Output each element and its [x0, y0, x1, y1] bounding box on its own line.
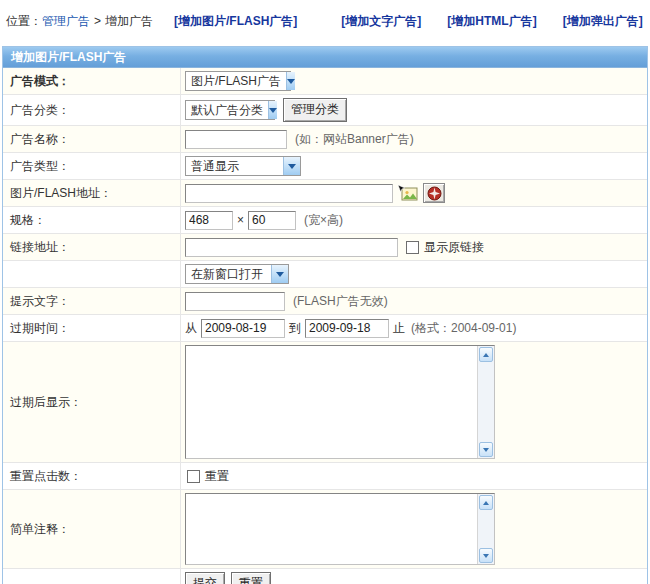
reset-clicks-checkbox-label: 重置 [205, 468, 229, 485]
expire-to-input[interactable] [305, 319, 389, 338]
size-width-input[interactable] [185, 211, 233, 230]
reset-clicks-label: 重置点击数： [3, 463, 181, 489]
show-original-link-label: 显示原链接 [424, 239, 484, 256]
add-ad-panel: 增加图片/FLASH广告 广告模式： 图片/FLASH广告 广告分类： 默认广告… [2, 46, 648, 584]
size-hint: (宽×高) [304, 212, 343, 229]
nav-link-add-image-flash-ad[interactable]: [增加图片/FLASH广告] [174, 13, 297, 30]
breadcrumb-current: 增加广告 [105, 14, 153, 28]
link-target-label [3, 261, 181, 287]
ad-category-select[interactable]: 默认广告分类 [185, 100, 275, 120]
link-target-selected-value: 在新窗口打开 [186, 265, 268, 283]
row-link-url: 链接地址： 显示原链接 [3, 234, 647, 261]
row-ad-type: 广告类型： 普通显示 [3, 153, 647, 180]
expired-content-textarea[interactable] [185, 345, 495, 459]
ad-type-select[interactable]: 普通显示 [185, 156, 301, 176]
flash-upload-icon[interactable] [423, 183, 445, 203]
media-url-label: 图片/FLASH地址： [3, 180, 181, 206]
nav-link-add-text-ad[interactable]: [增加文字广告] [341, 13, 421, 30]
expire-format-hint: (格式：2004-09-01) [411, 320, 516, 337]
nav-link-add-html-ad[interactable]: [增加HTML广告] [447, 13, 536, 30]
scroll-up-icon[interactable] [479, 495, 493, 510]
row-ad-name: 广告名称： (如：网站Banner广告) [3, 126, 647, 153]
manage-category-button[interactable]: 管理分类 [283, 98, 347, 122]
top-nav-links: [增加图片/FLASH广告] [增加文字广告] [增加HTML广告] [增加弹出… [174, 13, 643, 30]
row-expired-content: 过期后显示： [3, 342, 647, 463]
ad-name-input[interactable] [185, 130, 287, 149]
size-label: 规格： [3, 207, 181, 233]
form: 广告模式： 图片/FLASH广告 广告分类： 默认广告分类 管理分类 [3, 68, 647, 584]
note-textarea[interactable] [185, 493, 495, 565]
image-browse-icon[interactable] [397, 184, 419, 203]
panel-title: 增加图片/FLASH广告 [3, 47, 647, 68]
row-link-target: 在新窗口打开 [3, 261, 647, 288]
scroll-up-icon[interactable] [479, 347, 493, 362]
row-note: 简单注释： [3, 490, 647, 569]
top-bar: 位置：管理广告>增加广告 [增加图片/FLASH广告] [增加文字广告] [增加… [0, 0, 650, 34]
size-times-sign: × [237, 213, 244, 227]
breadcrumb-separator: > [94, 14, 101, 28]
chevron-down-icon[interactable] [283, 157, 300, 175]
tooltip-text-input[interactable] [185, 292, 285, 311]
row-size: 规格： × (宽×高) [3, 207, 647, 234]
media-url-input[interactable] [185, 184, 393, 203]
ad-name-hint: (如：网站Banner广告) [295, 131, 414, 148]
link-target-select[interactable]: 在新窗口打开 [185, 264, 289, 284]
nav-link-add-popup-ad[interactable]: [增加弹出广告] [563, 13, 643, 30]
row-reset-clicks: 重置点击数： 重置 [3, 463, 647, 490]
show-original-link-checkbox[interactable] [406, 241, 419, 254]
scroll-down-icon[interactable] [479, 442, 493, 457]
submit-button[interactable]: 提交 [185, 572, 225, 584]
tooltip-text-hint: (FLASH广告无效) [293, 293, 388, 310]
scroll-down-icon[interactable] [479, 548, 493, 563]
ad-mode-select[interactable]: 图片/FLASH广告 [185, 71, 291, 91]
note-label: 简单注释： [3, 490, 181, 568]
scrollbar[interactable] [477, 346, 494, 458]
breadcrumb-link-manage-ads[interactable]: 管理广告 [42, 14, 90, 28]
scrollbar[interactable] [477, 494, 494, 564]
row-media-url: 图片/FLASH地址： [3, 180, 647, 207]
row-ad-mode: 广告模式： 图片/FLASH广告 [3, 68, 647, 95]
reset-button[interactable]: 重置 [231, 572, 271, 584]
ad-category-label: 广告分类： [3, 95, 181, 125]
ad-category-selected-value: 默认广告分类 [186, 101, 268, 119]
expire-end-label: 止 [393, 320, 405, 337]
row-ad-category: 广告分类： 默认广告分类 管理分类 [3, 95, 647, 126]
ad-type-selected-value: 普通显示 [186, 157, 244, 175]
ad-type-label: 广告类型： [3, 153, 181, 179]
chevron-down-icon[interactable] [271, 265, 288, 283]
row-expire-time: 过期时间： 从 到 止 (格式：2004-09-01) [3, 315, 647, 342]
tooltip-text-label: 提示文字： [3, 288, 181, 314]
row-tooltip-text: 提示文字： (FLASH广告无效) [3, 288, 647, 315]
size-height-input[interactable] [248, 211, 296, 230]
expire-to-label: 到 [289, 320, 301, 337]
actions-label [3, 569, 181, 584]
chevron-down-icon[interactable] [268, 101, 277, 119]
ad-name-label: 广告名称： [3, 126, 181, 152]
expired-content-label: 过期后显示： [3, 342, 181, 462]
link-url-input[interactable] [185, 238, 398, 257]
row-actions: 提交 重置 [3, 569, 647, 584]
link-url-label: 链接地址： [3, 234, 181, 260]
expire-time-label: 过期时间： [3, 315, 181, 341]
breadcrumb: 位置：管理广告>增加广告 [6, 13, 174, 30]
chevron-down-icon[interactable] [286, 72, 295, 90]
ad-mode-selected-value: 图片/FLASH广告 [186, 72, 286, 90]
reset-clicks-checkbox[interactable] [187, 470, 200, 483]
breadcrumb-prefix: 位置： [6, 14, 42, 28]
ad-mode-label: 广告模式： [3, 68, 181, 94]
expire-from-label: 从 [185, 320, 197, 337]
expire-from-input[interactable] [201, 319, 285, 338]
